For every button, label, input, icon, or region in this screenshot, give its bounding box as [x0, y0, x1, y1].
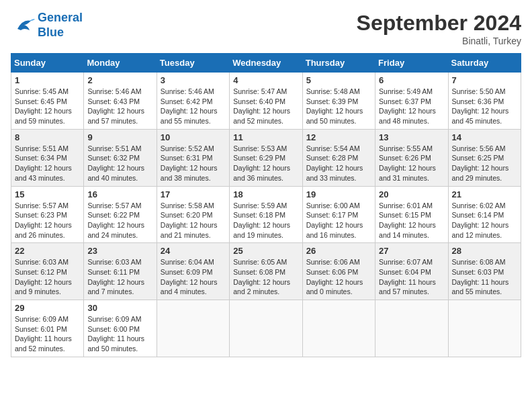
calendar-cell — [157, 300, 229, 357]
calendar-cell: 6Sunrise: 5:49 AM Sunset: 6:37 PM Daylig… — [375, 73, 448, 130]
calendar-cell: 7Sunrise: 5:50 AM Sunset: 6:36 PM Daylig… — [448, 73, 521, 130]
weekday-header-saturday: Saturday — [448, 54, 521, 73]
day-number: 22 — [15, 246, 80, 256]
calendar-cell: 1Sunrise: 5:45 AM Sunset: 6:45 PM Daylig… — [11, 73, 84, 130]
location-subtitle: Binatli, Turkey — [357, 36, 521, 46]
day-number: 10 — [161, 132, 226, 142]
day-number: 12 — [306, 132, 371, 142]
day-number: 13 — [379, 132, 444, 142]
calendar-cell: 18Sunrise: 5:59 AM Sunset: 6:18 PM Dayli… — [230, 186, 302, 243]
day-number: 25 — [233, 246, 298, 256]
day-info: Sunrise: 5:54 AM Sunset: 6:28 PM Dayligh… — [306, 144, 371, 183]
day-info: Sunrise: 5:47 AM Sunset: 6:40 PM Dayligh… — [233, 87, 298, 126]
calendar-cell: 8Sunrise: 5:51 AM Sunset: 6:34 PM Daylig… — [11, 129, 84, 186]
day-info: Sunrise: 6:09 AM Sunset: 6:01 PM Dayligh… — [15, 314, 80, 354]
weekday-header-sunday: Sunday — [11, 54, 84, 73]
day-info: Sunrise: 6:00 AM Sunset: 6:17 PM Dayligh… — [306, 201, 371, 240]
day-info: Sunrise: 5:46 AM Sunset: 6:43 PM Dayligh… — [87, 87, 152, 126]
calendar-week-row: 8Sunrise: 5:51 AM Sunset: 6:34 PM Daylig… — [11, 129, 521, 186]
calendar-cell: 27Sunrise: 6:07 AM Sunset: 6:04 PM Dayli… — [375, 243, 448, 300]
weekday-header-tuesday: Tuesday — [157, 54, 229, 73]
day-number: 5 — [306, 75, 371, 85]
weekday-header-friday: Friday — [375, 54, 448, 73]
calendar-cell — [375, 300, 448, 357]
day-number: 16 — [87, 189, 152, 199]
day-info: Sunrise: 6:01 AM Sunset: 6:15 PM Dayligh… — [379, 201, 444, 240]
logo: General Blue — [11, 11, 83, 40]
day-number: 23 — [87, 246, 152, 256]
calendar-cell: 9Sunrise: 5:51 AM Sunset: 6:32 PM Daylig… — [84, 129, 157, 186]
calendar-cell: 16Sunrise: 5:57 AM Sunset: 6:22 PM Dayli… — [84, 186, 157, 243]
day-number: 15 — [15, 189, 80, 199]
calendar-cell — [448, 300, 521, 357]
day-number: 29 — [15, 303, 80, 313]
day-info: Sunrise: 6:06 AM Sunset: 6:06 PM Dayligh… — [306, 257, 371, 297]
calendar-week-row: 15Sunrise: 5:57 AM Sunset: 6:23 PM Dayli… — [11, 186, 521, 243]
calendar-cell: 17Sunrise: 5:58 AM Sunset: 6:20 PM Dayli… — [157, 186, 229, 243]
page-header: General Blue September 2024 Binatli, Tur… — [11, 11, 521, 46]
day-number: 19 — [306, 189, 371, 199]
day-info: Sunrise: 5:56 AM Sunset: 6:25 PM Dayligh… — [452, 144, 517, 183]
day-number: 9 — [87, 132, 152, 142]
day-number: 30 — [87, 303, 152, 313]
day-info: Sunrise: 5:46 AM Sunset: 6:42 PM Dayligh… — [161, 87, 226, 126]
calendar-cell: 15Sunrise: 5:57 AM Sunset: 6:23 PM Dayli… — [11, 186, 84, 243]
calendar-week-row: 22Sunrise: 6:03 AM Sunset: 6:12 PM Dayli… — [11, 243, 521, 300]
day-number: 1 — [15, 75, 80, 85]
day-number: 4 — [233, 75, 298, 85]
calendar-cell: 2Sunrise: 5:46 AM Sunset: 6:43 PM Daylig… — [84, 73, 157, 130]
day-info: Sunrise: 5:57 AM Sunset: 6:22 PM Dayligh… — [87, 201, 152, 240]
day-info: Sunrise: 5:45 AM Sunset: 6:45 PM Dayligh… — [15, 87, 80, 126]
day-number: 26 — [306, 246, 371, 256]
day-info: Sunrise: 6:02 AM Sunset: 6:14 PM Dayligh… — [452, 201, 517, 240]
calendar-cell: 13Sunrise: 5:55 AM Sunset: 6:26 PM Dayli… — [375, 129, 448, 186]
day-number: 6 — [379, 75, 444, 85]
weekday-header-monday: Monday — [84, 54, 157, 73]
logo-icon — [11, 15, 35, 36]
calendar-table: SundayMondayTuesdayWednesdayThursdayFrid… — [11, 53, 521, 357]
day-number: 3 — [161, 75, 226, 85]
calendar-cell: 3Sunrise: 5:46 AM Sunset: 6:42 PM Daylig… — [157, 73, 229, 130]
day-info: Sunrise: 5:49 AM Sunset: 6:37 PM Dayligh… — [379, 87, 444, 126]
day-info: Sunrise: 5:59 AM Sunset: 6:18 PM Dayligh… — [233, 201, 298, 240]
calendar-cell: 19Sunrise: 6:00 AM Sunset: 6:17 PM Dayli… — [302, 186, 375, 243]
day-number: 21 — [452, 189, 517, 199]
calendar-cell — [230, 300, 302, 357]
day-info: Sunrise: 5:50 AM Sunset: 6:36 PM Dayligh… — [452, 87, 517, 126]
weekday-header-wednesday: Wednesday — [230, 54, 302, 73]
calendar-cell: 22Sunrise: 6:03 AM Sunset: 6:12 PM Dayli… — [11, 243, 84, 300]
logo-text: General Blue — [38, 11, 83, 40]
calendar-cell: 14Sunrise: 5:56 AM Sunset: 6:25 PM Dayli… — [448, 129, 521, 186]
day-info: Sunrise: 5:51 AM Sunset: 6:32 PM Dayligh… — [87, 144, 152, 183]
day-info: Sunrise: 6:03 AM Sunset: 6:12 PM Dayligh… — [15, 257, 80, 297]
day-info: Sunrise: 5:53 AM Sunset: 6:29 PM Dayligh… — [233, 144, 298, 183]
calendar-cell: 11Sunrise: 5:53 AM Sunset: 6:29 PM Dayli… — [230, 129, 302, 186]
weekday-header-thursday: Thursday — [302, 54, 375, 73]
day-info: Sunrise: 5:51 AM Sunset: 6:34 PM Dayligh… — [15, 144, 80, 183]
day-number: 24 — [161, 246, 226, 256]
day-info: Sunrise: 5:48 AM Sunset: 6:39 PM Dayligh… — [306, 87, 371, 126]
calendar-cell: 21Sunrise: 6:02 AM Sunset: 6:14 PM Dayli… — [448, 186, 521, 243]
calendar-week-row: 1Sunrise: 5:45 AM Sunset: 6:45 PM Daylig… — [11, 73, 521, 130]
day-number: 20 — [379, 189, 444, 199]
calendar-cell: 30Sunrise: 6:09 AM Sunset: 6:00 PM Dayli… — [84, 300, 157, 357]
calendar-cell: 12Sunrise: 5:54 AM Sunset: 6:28 PM Dayli… — [302, 129, 375, 186]
calendar-cell: 23Sunrise: 6:03 AM Sunset: 6:11 PM Dayli… — [84, 243, 157, 300]
day-number: 11 — [233, 132, 298, 142]
calendar-cell: 25Sunrise: 6:05 AM Sunset: 6:08 PM Dayli… — [230, 243, 302, 300]
title-area: September 2024 Binatli, Turkey — [357, 11, 521, 46]
calendar-cell: 4Sunrise: 5:47 AM Sunset: 6:40 PM Daylig… — [230, 73, 302, 130]
day-info: Sunrise: 5:55 AM Sunset: 6:26 PM Dayligh… — [379, 144, 444, 183]
calendar-cell: 24Sunrise: 6:04 AM Sunset: 6:09 PM Dayli… — [157, 243, 229, 300]
day-info: Sunrise: 5:52 AM Sunset: 6:31 PM Dayligh… — [161, 144, 226, 183]
day-info: Sunrise: 5:57 AM Sunset: 6:23 PM Dayligh… — [15, 201, 80, 240]
day-number: 18 — [233, 189, 298, 199]
calendar-cell — [302, 300, 375, 357]
day-number: 28 — [452, 246, 517, 256]
day-number: 8 — [15, 132, 80, 142]
day-number: 17 — [161, 189, 226, 199]
day-info: Sunrise: 6:03 AM Sunset: 6:11 PM Dayligh… — [87, 257, 152, 297]
day-info: Sunrise: 6:04 AM Sunset: 6:09 PM Dayligh… — [161, 257, 226, 297]
day-info: Sunrise: 6:08 AM Sunset: 6:03 PM Dayligh… — [452, 257, 517, 297]
calendar-cell: 26Sunrise: 6:06 AM Sunset: 6:06 PM Dayli… — [302, 243, 375, 300]
